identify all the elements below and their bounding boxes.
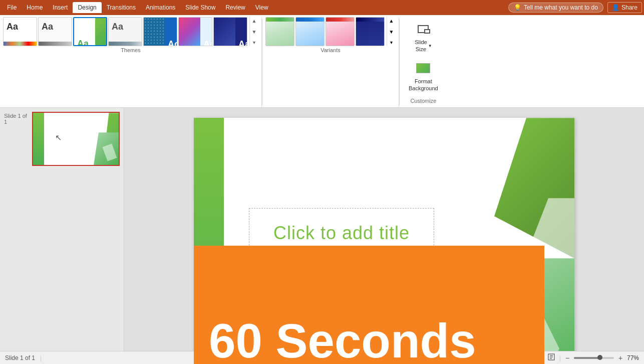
theme-7-aa: Aa — [238, 39, 247, 46]
theme-1-aa: Aa — [7, 22, 18, 32]
theme-6[interactable]: Aa — [178, 17, 212, 46]
theme-5[interactable]: Ao — [143, 17, 177, 46]
share-button[interactable]: 👤 Share — [607, 2, 642, 13]
divider-status-2: | — [559, 354, 561, 361]
thumb-green-left — [33, 113, 44, 165]
variant-2[interactable] — [295, 17, 325, 46]
theme-2-aa: Aa — [42, 22, 53, 32]
theme-1[interactable]: Aa — [3, 17, 37, 46]
variant-1[interactable] — [265, 17, 294, 46]
format-background-button[interactable]: FormatBackground — [406, 58, 441, 94]
variants-scroll-down[interactable]: ▼ — [387, 29, 396, 35]
tab-insert[interactable]: Insert — [48, 2, 73, 13]
slide-panel: Slide 1 of 1 ↖ — [0, 108, 124, 364]
tell-me-text: Tell me what you want to do — [524, 4, 598, 11]
tab-review[interactable]: Review — [220, 2, 250, 13]
format-background-icon — [416, 63, 430, 73]
ribbon-tab-bar: File Home Insert Design Transitions Anim… — [0, 0, 644, 15]
reading-view-button[interactable] — [545, 352, 557, 363]
variants-scroll-up[interactable]: ▲ — [387, 18, 396, 24]
slide-title-text: Click to add title — [273, 223, 410, 244]
zoom-slider-fill — [574, 357, 600, 359]
theme-5-aa: Ao — [168, 39, 177, 46]
theme-6-bg — [179, 18, 200, 46]
zoom-slider[interactable] — [574, 357, 614, 359]
zoom-control: − + — [563, 353, 625, 362]
slide-size-button[interactable]: SlideSize ▼ — [412, 19, 435, 55]
person-icon: 👤 — [612, 4, 619, 11]
themes-section: Aa Aa Aa Aa — [0, 17, 262, 107]
share-label: Share — [621, 4, 637, 11]
slide-size-dropdown-icon: ▼ — [428, 44, 432, 48]
variants-gallery: ▲ ▼ ▾ — [265, 17, 396, 46]
tab-animations[interactable]: Animations — [141, 2, 180, 13]
theme-4[interactable]: Aa — [108, 17, 142, 46]
slide-thumbnail-1[interactable]: ↖ — [32, 112, 120, 166]
tab-slideshow[interactable]: Slide Show — [180, 2, 220, 13]
canvas-area[interactable]: Click to add title subtitle 60 Seconds — [124, 108, 644, 364]
orange-overlay: 60 Seconds — [194, 246, 544, 364]
slide-canvas[interactable]: Click to add title subtitle 60 Seconds — [194, 118, 574, 364]
reading-view-icon — [547, 353, 555, 360]
tab-bar-right: 💡 Tell me what you want to do 👤 Share — [508, 2, 642, 13]
customize-section: SlideSize ▼ FormatBackground Customize — [400, 17, 447, 107]
scroll-up-icon[interactable]: ▲ — [252, 18, 257, 24]
slide-size-label: SlideSize — [415, 39, 427, 53]
tell-me-box[interactable]: 💡 Tell me what you want to do — [508, 3, 603, 13]
variant-3[interactable] — [326, 17, 355, 46]
zoom-out-button[interactable]: − — [563, 353, 572, 362]
variants-scroll-more[interactable]: ▾ — [387, 40, 396, 45]
divider-status-1: | — [40, 354, 42, 361]
slide-info: Slide 1 of 1 — [5, 354, 35, 361]
main-area: Slide 1 of 1 ↖ — [0, 108, 644, 364]
slide-item-1[interactable]: Slide 1 of 1 ↖ — [4, 112, 120, 166]
format-background-label: FormatBackground — [409, 78, 438, 92]
variants-section: ▲ ▼ ▾ Variants — [262, 17, 399, 107]
cursor-on-thumb: ↖ — [55, 133, 62, 142]
overlay-countdown-text: 60 Seconds — [209, 313, 476, 364]
theme-3-selected[interactable]: Aa — [73, 17, 107, 46]
slide-size-icon — [418, 25, 429, 33]
zoom-in-button[interactable]: + — [616, 353, 625, 362]
zoom-slider-thumb[interactable] — [597, 355, 602, 360]
ribbon-content: Aa Aa Aa Aa — [0, 15, 644, 107]
lightbulb-icon: 💡 — [514, 4, 521, 11]
tab-home[interactable]: Home — [22, 2, 48, 13]
ribbon: Aa Aa Aa Aa — [0, 15, 644, 108]
theme-7[interactable]: Aa — [213, 17, 247, 46]
themes-scroll-down[interactable]: ▲ ▼ ▾ — [249, 17, 258, 46]
zoom-percent[interactable]: 77% — [627, 354, 639, 361]
theme-5-bg — [144, 18, 165, 46]
tab-view[interactable]: View — [250, 2, 273, 13]
themes-label: Themes — [121, 47, 141, 55]
scroll-down-icon[interactable]: ▼ — [252, 29, 257, 35]
variant-4[interactable] — [356, 17, 385, 46]
format-bg-icon-area — [415, 60, 431, 76]
theme-7-bg — [214, 18, 235, 46]
variants-label: Variants — [320, 47, 341, 55]
scroll-more-icon[interactable]: ▾ — [253, 40, 255, 45]
slide-number-1: Slide 1 of 1 — [4, 112, 29, 166]
thumb-green-corner-shape — [91, 130, 119, 165]
tab-transitions[interactable]: Transitions — [102, 2, 141, 13]
tab-file[interactable]: File — [2, 2, 22, 13]
themes-gallery: Aa Aa Aa Aa — [3, 17, 258, 46]
theme-6-aa: Aa — [203, 39, 212, 46]
customize-label: Customize — [410, 98, 436, 105]
theme-3-aa: Aa — [77, 39, 89, 46]
slide-size-icon-area — [415, 21, 431, 37]
theme-4-aa: Aa — [112, 22, 123, 32]
theme-2[interactable]: Aa — [38, 17, 72, 46]
tab-design[interactable]: Design — [73, 2, 101, 13]
